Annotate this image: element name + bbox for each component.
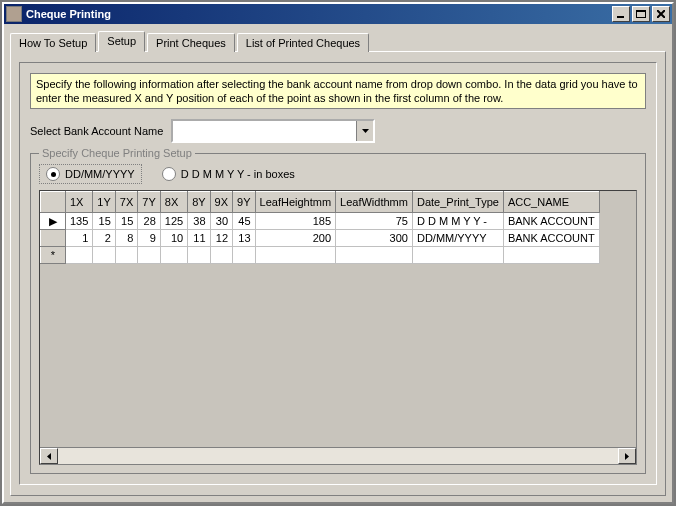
window: Cheque Printing How To Setup Setup Print…	[0, 0, 676, 506]
radio-ddmmyyyy[interactable]: DD/MM/YYYY	[39, 164, 142, 184]
row-selector-icon[interactable]: ▶	[41, 213, 66, 230]
svg-marker-6	[47, 453, 51, 460]
svg-rect-2	[636, 10, 646, 12]
horizontal-scrollbar[interactable]	[40, 447, 636, 464]
col-header[interactable]: 1Y	[93, 192, 115, 213]
row-selector[interactable]	[41, 230, 66, 247]
radio-dot-icon	[162, 167, 176, 181]
table-row[interactable]: ▶ 135 15 15 28 125 38 30	[41, 213, 600, 230]
col-header[interactable]: 7Y	[138, 192, 160, 213]
tab-how-to-setup[interactable]: How To Setup	[10, 33, 96, 52]
svg-rect-0	[617, 16, 624, 18]
close-button[interactable]	[652, 6, 670, 22]
bank-account-value	[173, 121, 356, 141]
new-row[interactable]: *	[41, 247, 600, 264]
grid-header-row: 1X 1Y 7X 7Y 8X 8Y 9X 9Y	[41, 192, 600, 213]
app-icon	[6, 6, 22, 22]
fieldset-legend: Specify Cheque Printing Setup	[39, 147, 195, 159]
bank-account-combo[interactable]	[171, 119, 375, 143]
data-grid[interactable]: 1X 1Y 7X 7Y 8X 8Y 9X 9Y	[39, 190, 637, 465]
scroll-right-icon[interactable]	[618, 448, 636, 464]
titlebar: Cheque Printing	[4, 4, 672, 24]
bank-select-label: Select Bank Account Name	[30, 125, 163, 137]
radio-ddmmyy-boxes[interactable]: D D M M Y Y - in boxes	[156, 165, 301, 183]
svg-marker-5	[362, 129, 369, 133]
col-header[interactable]: ACC_NAME	[503, 192, 599, 213]
radio-label: D D M M Y Y - in boxes	[181, 168, 295, 180]
col-header[interactable]: 8X	[160, 192, 187, 213]
info-banner: Specify the following information after …	[30, 73, 646, 109]
minimize-button[interactable]	[612, 6, 630, 22]
cheque-setup-group: Specify Cheque Printing Setup DD/MM/YYYY…	[30, 153, 646, 474]
col-header[interactable]: Date_Print_Type	[412, 192, 503, 213]
new-row-icon[interactable]: *	[41, 247, 66, 264]
tab-strip: How To Setup Setup Print Cheques List of…	[10, 30, 666, 51]
maximize-button[interactable]	[632, 6, 650, 22]
radio-dot-icon	[46, 167, 60, 181]
radio-label: DD/MM/YYYY	[65, 168, 135, 180]
col-header[interactable]: LeafHeightmm	[255, 192, 336, 213]
chevron-down-icon[interactable]	[356, 121, 373, 141]
tab-list-printed[interactable]: List of Printed Cheques	[237, 33, 369, 52]
tab-setup[interactable]: Setup	[98, 31, 145, 52]
col-header[interactable]: 7X	[115, 192, 137, 213]
svg-marker-7	[625, 453, 629, 460]
window-title: Cheque Printing	[26, 8, 610, 20]
scroll-track[interactable]	[58, 448, 618, 464]
col-header[interactable]: 1X	[66, 192, 93, 213]
scroll-left-icon[interactable]	[40, 448, 58, 464]
col-header[interactable]: 9X	[210, 192, 232, 213]
col-header[interactable]: 9Y	[233, 192, 255, 213]
table-row[interactable]: 1 2 8 9 10 11 12 13 200	[41, 230, 600, 247]
tab-print-cheques[interactable]: Print Cheques	[147, 33, 235, 52]
col-header[interactable]: LeafWidthmm	[336, 192, 413, 213]
col-header[interactable]: 8Y	[188, 192, 210, 213]
